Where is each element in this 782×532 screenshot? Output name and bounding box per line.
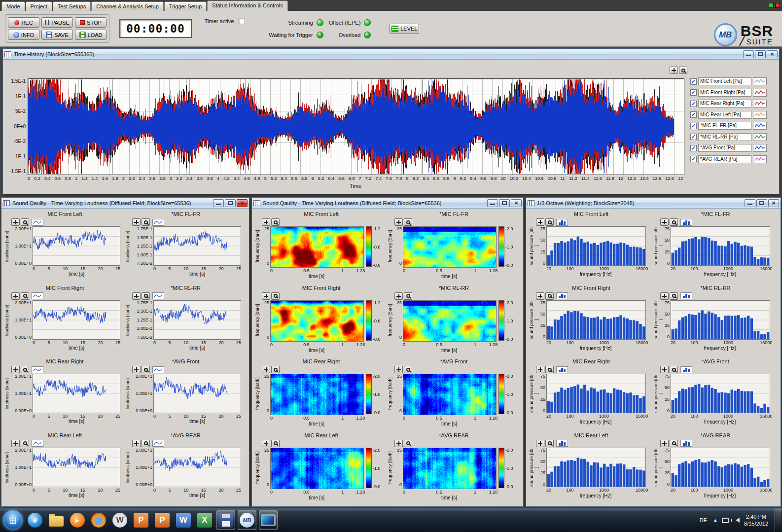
titlebar[interactable]: Sound Qaulity - Time-Varying Loudness (D…	[252, 198, 523, 209]
graph-zoom-tool[interactable]	[271, 440, 280, 447]
legend-item[interactable]: ✓*MIC FL-FR [Pa]	[690, 122, 777, 130]
loudness-plot[interactable]	[153, 374, 241, 413]
network-tray-icon[interactable]	[722, 518, 729, 523]
close-button[interactable]	[237, 199, 248, 207]
legend-item[interactable]: ✓*MIC RL-RR [Pa]	[690, 133, 777, 141]
volume-tray-icon[interactable]	[733, 518, 740, 523]
maximize-button[interactable]	[499, 199, 510, 207]
media-player-icon[interactable]: ►	[68, 510, 87, 530]
graph-zoom-tool[interactable]	[545, 440, 554, 447]
octave-plot[interactable]	[546, 226, 646, 266]
close-button[interactable]	[768, 199, 779, 207]
abort-indicator[interactable]	[775, 3, 780, 8]
line-style-sample[interactable]	[753, 155, 767, 163]
graph-zoom-tool[interactable]	[679, 67, 687, 74]
run-indicator[interactable]	[769, 3, 774, 8]
spectrogram-plot[interactable]	[270, 226, 364, 268]
spectrogram-plot[interactable]	[403, 300, 497, 342]
loudness-plot[interactable]	[33, 300, 120, 340]
loudness-plot[interactable]	[153, 226, 241, 266]
titlebar[interactable]: Sound Qaulity - Time-Varying Loudness (D…	[1, 198, 249, 209]
taskbar-clock[interactable]: 2:40 PM 8/15/2012	[744, 513, 768, 528]
legend-checkbox[interactable]: ✓	[690, 156, 697, 162]
tab-channel-analysis-setup[interactable]: Channel & Analysis Setup	[91, 1, 164, 11]
spectrogram-plot[interactable]	[270, 300, 364, 342]
tab-mode[interactable]: Mode	[1, 1, 25, 11]
octave-plot[interactable]	[671, 374, 770, 413]
graph-zoom-tool[interactable]	[271, 292, 280, 300]
graph-move-tool[interactable]	[11, 292, 20, 300]
tray-expand-icon[interactable]: ▲	[713, 518, 717, 523]
graph-move-tool[interactable]	[394, 440, 403, 447]
octave-plot[interactable]	[671, 300, 770, 340]
graph-move-tool[interactable]	[394, 292, 403, 300]
graph-zoom-tool[interactable]	[545, 218, 554, 226]
legend-item[interactable]: ✓*AVG REAR [Pa]	[690, 155, 777, 163]
close-button[interactable]	[511, 199, 522, 207]
titlebar[interactable]: Time History (BlockSize=655360)	[3, 49, 779, 60]
graph-move-tool[interactable]	[262, 366, 270, 373]
line-style-sample[interactable]	[753, 100, 767, 107]
graph-move-tool[interactable]	[660, 218, 669, 226]
graph-zoom-tool[interactable]	[545, 366, 554, 373]
legend-checkbox[interactable]: ✓	[690, 111, 697, 118]
spectrogram-plot[interactable]	[403, 374, 497, 415]
language-indicator[interactable]: DE	[698, 516, 709, 524]
maximize-button[interactable]	[755, 50, 766, 58]
graph-zoom-tool[interactable]	[670, 292, 678, 300]
wordpress-icon[interactable]: W	[110, 510, 129, 530]
save-button[interactable]: SAVE	[41, 30, 73, 40]
powerpoint-icon[interactable]: P	[132, 510, 150, 530]
load-button[interactable]: LOAD	[75, 30, 107, 40]
minimize-button[interactable]	[745, 199, 755, 207]
line-style-sample[interactable]	[753, 122, 767, 130]
graph-zoom-tool[interactable]	[142, 218, 150, 226]
minimize-button[interactable]	[213, 199, 224, 207]
graph-move-tool[interactable]	[132, 366, 141, 373]
legend-item[interactable]: ✓MIC Rear Left [Pa]	[690, 111, 777, 119]
graph-move-tool[interactable]	[536, 218, 544, 226]
graph-move-tool[interactable]	[536, 292, 544, 300]
maximize-button[interactable]	[756, 199, 767, 207]
graph-move-tool[interactable]	[670, 67, 678, 74]
octave-plot[interactable]	[671, 448, 770, 487]
presentation-icon[interactable]: P	[153, 510, 172, 530]
tab-project[interactable]: Project	[26, 1, 52, 11]
graph-zoom-tool[interactable]	[142, 292, 150, 300]
spectrogram-plot[interactable]	[403, 448, 497, 489]
graph-zoom-tool[interactable]	[142, 366, 150, 373]
graph-move-tool[interactable]	[660, 366, 669, 373]
graph-move-tool[interactable]	[536, 440, 544, 447]
graph-move-tool[interactable]	[132, 292, 141, 300]
graph-zoom-tool[interactable]	[404, 292, 412, 300]
graph-move-tool[interactable]	[262, 292, 270, 300]
graph-move-tool[interactable]	[132, 440, 141, 447]
loudness-plot[interactable]	[33, 448, 120, 487]
legend-checkbox[interactable]: ✓	[690, 89, 697, 96]
graph-move-tool[interactable]	[262, 440, 270, 447]
graph-move-tool[interactable]	[394, 218, 403, 226]
line-style-sample[interactable]	[753, 144, 767, 152]
legend-checkbox[interactable]: ✓	[690, 134, 697, 140]
level-button[interactable]: LEVEL	[390, 24, 419, 34]
legend-checkbox[interactable]: ✓	[690, 145, 697, 151]
graph-move-tool[interactable]	[11, 366, 20, 373]
minimize-button[interactable]	[743, 50, 754, 58]
graph-zoom-tool[interactable]	[271, 218, 280, 226]
time-history-plot[interactable]	[28, 78, 684, 175]
spectrogram-plot[interactable]	[403, 226, 497, 268]
graph-move-tool[interactable]	[660, 440, 669, 447]
graph-zoom-tool[interactable]	[142, 440, 150, 447]
graph-zoom-tool[interactable]	[545, 292, 554, 300]
loudness-plot[interactable]	[153, 448, 241, 487]
spectrogram-plot[interactable]	[270, 374, 364, 415]
timer-active-checkbox[interactable]	[239, 18, 245, 24]
system-window-icon[interactable]	[259, 510, 278, 530]
graph-zoom-tool[interactable]	[271, 366, 280, 373]
legend-checkbox[interactable]: ✓	[690, 101, 697, 107]
octave-plot[interactable]	[546, 448, 646, 487]
tab-trigger-setup[interactable]: Trigger Setup	[164, 1, 207, 11]
octave-plot[interactable]	[546, 374, 646, 413]
spectrogram-plot[interactable]	[270, 448, 364, 489]
line-style-sample[interactable]	[753, 89, 767, 97]
